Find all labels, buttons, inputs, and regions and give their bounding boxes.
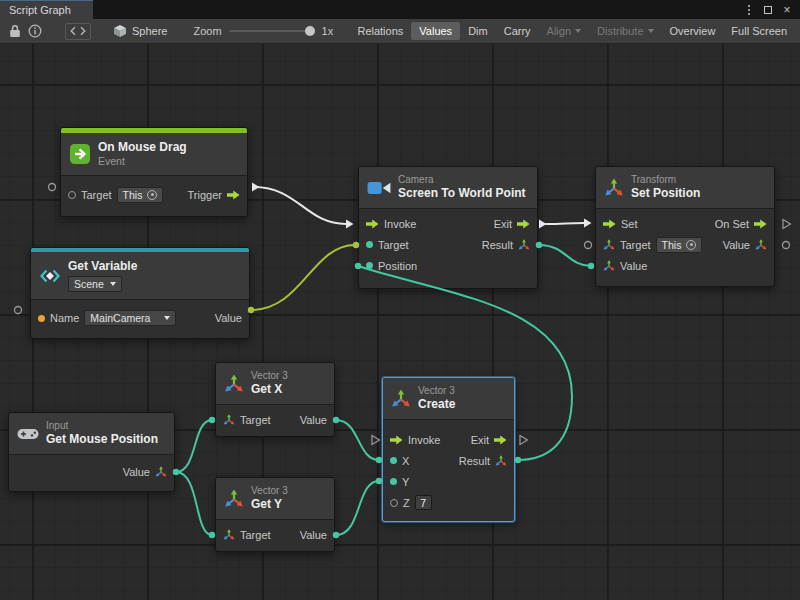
lock-button[interactable] <box>5 21 25 41</box>
lock-icon <box>9 24 21 38</box>
port-set[interactable]: Set <box>603 218 638 230</box>
node-get-variable[interactable]: Get Variable Scene Name MainCamera Value <box>30 247 250 339</box>
port-target[interactable]: Target <box>223 414 271 426</box>
port-target[interactable]: Target <box>366 239 409 251</box>
object-field-value: This <box>662 239 682 251</box>
port-label: Y <box>402 476 409 488</box>
port-x[interactable]: X <box>390 455 409 467</box>
window-menu-button[interactable] <box>741 2 757 18</box>
toolbar-button-overview[interactable]: Overview <box>662 22 724 40</box>
variable-scope-dropdown[interactable]: Scene <box>68 276 122 292</box>
node-screen-to-world-point[interactable]: Camera Screen To World Point Invoke Exit… <box>358 166 538 289</box>
object-field[interactable]: This <box>656 237 703 253</box>
flow-arrow-icon <box>227 190 240 200</box>
window-close-button[interactable]: × <box>779 2 795 18</box>
port-row: Position <box>359 255 537 276</box>
flow-arrow-icon <box>603 219 616 229</box>
vector3-port-icon <box>223 414 235 426</box>
port-label: Invoke <box>384 218 416 230</box>
tab-script-graph[interactable]: Script Graph <box>0 0 93 19</box>
node-category: Input <box>46 420 158 432</box>
node-category: Vector 3 <box>418 385 455 397</box>
node-category: Vector 3 <box>251 485 288 497</box>
variable-icon <box>39 265 61 287</box>
node-set-position[interactable]: Transform Set Position Set On Set Target… <box>595 166 775 287</box>
code-view-button[interactable] <box>65 23 91 40</box>
zoom-slider-handle[interactable] <box>305 26 315 36</box>
window-controls: × <box>741 2 800 18</box>
flow-arrow-icon <box>494 435 507 445</box>
info-button[interactable] <box>25 21 45 41</box>
port-on-set[interactable]: On Set <box>715 218 767 230</box>
port-value-output[interactable]: Value <box>215 312 242 324</box>
window-maximize-button[interactable] <box>760 2 776 18</box>
port-name[interactable]: Name MainCamera <box>38 310 176 326</box>
button-label: Overview <box>670 25 716 37</box>
port-result[interactable]: Result <box>482 239 530 251</box>
graph-target-breadcrumb[interactable]: Sphere <box>113 24 167 38</box>
node-vector3-create[interactable]: Vector 3 Create Invoke Exit X Result <box>382 377 515 522</box>
port-value-output[interactable]: Value <box>123 466 167 478</box>
node-on-mouse-drag[interactable]: On Mouse Drag Event Target This Trigger <box>60 127 248 217</box>
transform-icon <box>604 178 624 198</box>
chevron-down-icon <box>648 29 654 33</box>
variable-name-value: MainCamera <box>90 312 150 324</box>
port-position[interactable]: Position <box>366 260 417 272</box>
toolbar-button-distribute[interactable]: Distribute <box>589 22 661 40</box>
port-label: Value <box>123 466 150 478</box>
button-label: Full Screen <box>731 25 787 37</box>
port-y[interactable]: Y <box>390 476 409 488</box>
port-value-output[interactable]: Value <box>300 414 327 426</box>
port-target[interactable]: Target This <box>603 237 702 253</box>
port-exit[interactable]: Exit <box>471 434 507 446</box>
port-value-input[interactable]: Value <box>603 260 647 272</box>
node-header: Input Get Mouse Position <box>9 413 174 455</box>
graph-target-name: Sphere <box>132 25 167 37</box>
toolbar-button-carry[interactable]: Carry <box>496 22 539 40</box>
vector3-port-icon <box>495 455 507 467</box>
port-target[interactable]: Target <box>223 529 271 541</box>
button-label: Carry <box>504 25 531 37</box>
object-field[interactable]: This <box>117 187 164 203</box>
port-row: Set On Set <box>596 213 774 234</box>
port-label: Target <box>81 189 112 201</box>
port-label: Z <box>403 497 410 509</box>
gameobject-cube-icon <box>113 24 127 38</box>
port-value-output[interactable]: Value <box>723 239 767 251</box>
port-label: Result <box>482 239 513 251</box>
object-field-value: This <box>123 189 143 201</box>
vector3-port-icon <box>518 239 530 251</box>
toolbar-button-full-screen[interactable]: Full Screen <box>723 22 795 40</box>
port-exit[interactable]: Exit <box>494 218 530 230</box>
chevron-down-icon <box>575 29 581 33</box>
port-row: Invoke Exit <box>383 429 514 450</box>
button-label: Relations <box>357 25 403 37</box>
port-label: Result <box>459 455 490 467</box>
port-value-output[interactable]: Value <box>300 529 327 541</box>
variable-name-dropdown[interactable]: MainCamera <box>84 310 176 326</box>
port-invoke[interactable]: Invoke <box>366 218 416 230</box>
toolbar-button-relations[interactable]: Relations <box>349 22 411 40</box>
port-invoke[interactable]: Invoke <box>390 434 440 446</box>
node-header: Get Variable Scene <box>31 252 249 300</box>
zoom-slider[interactable] <box>229 25 315 37</box>
node-subtitle: Event <box>98 155 187 168</box>
port-result[interactable]: Result <box>459 455 507 467</box>
toolbar-button-values[interactable]: Values <box>411 22 460 40</box>
node-header: On Mouse Drag Event <box>61 133 247 176</box>
zoom-slider-track <box>229 30 315 32</box>
node-get-y[interactable]: Vector 3 Get Y Target Value <box>215 477 335 552</box>
toolbar-button-align[interactable]: Align <box>539 22 589 40</box>
toolbar-button-dim[interactable]: Dim <box>460 22 496 40</box>
port-dot <box>390 499 398 507</box>
port-label: Target <box>240 529 271 541</box>
node-title: Set Position <box>631 186 700 201</box>
node-get-x[interactable]: Vector 3 Get X Target Value <box>215 362 335 437</box>
vector3-icon <box>224 489 244 509</box>
port-target[interactable]: Target This <box>68 187 163 203</box>
variable-scope-value: Scene <box>74 278 104 290</box>
node-get-mouse-position[interactable]: Input Get Mouse Position Value <box>8 412 175 492</box>
port-trigger[interactable]: Trigger <box>188 189 240 201</box>
port-z[interactable]: Z 7 <box>390 495 432 510</box>
z-value-field[interactable]: 7 <box>415 495 432 510</box>
